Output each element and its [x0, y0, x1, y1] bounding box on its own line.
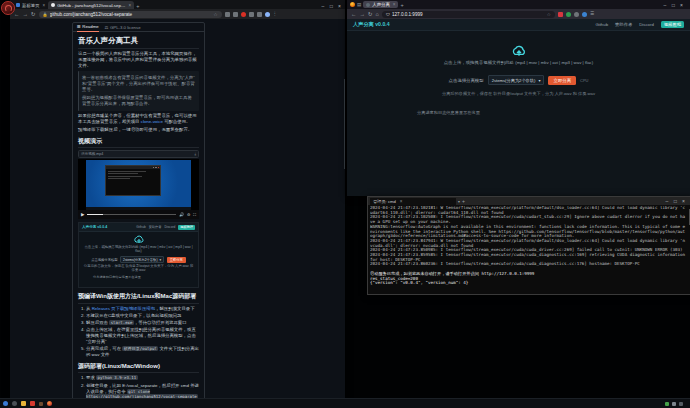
home-icon[interactable]: ⌂: [376, 9, 379, 19]
upload-cloud-icon: [133, 235, 145, 244]
bookmark-star-icon[interactable]: ☆: [213, 12, 217, 17]
tray-network-icon[interactable]: [665, 402, 669, 406]
extension-icon[interactable]: [225, 12, 230, 17]
nav-donate-link[interactable]: 赞助作者: [615, 22, 632, 27]
list-item: 分离完成后，可在 软件目录/output 文件夹下找到分离出的 wav 文件: [86, 346, 199, 358]
fullscreen-icon[interactable]: ⛶: [193, 213, 196, 217]
clone-voice-link[interactable]: clone-voice: [141, 119, 163, 124]
cast-icon[interactable]: [257, 12, 262, 17]
video-attachment-bar[interactable]: 演示视频.mp4 ⤓: [78, 150, 199, 158]
lock-icon: 🔒: [43, 12, 48, 17]
bookmark-star-icon[interactable]: ☆: [547, 12, 551, 17]
recording-indicator-icon[interactable]: [241, 12, 246, 17]
model-select[interactable]: 2stems(分离为2个音轨)▾: [488, 75, 545, 85]
new-tab-button[interactable]: +: [400, 2, 403, 8]
back-icon[interactable]: ←: [351, 9, 357, 19]
app-header: 人声分离 v0.0.4 Github 赞助作者 Discord 视频教程: [347, 19, 690, 31]
window-controls[interactable]: – □ ×: [664, 2, 686, 8]
download-icon[interactable]: ⤓: [194, 152, 196, 156]
address-bar[interactable]: 🔒 github.com/jianchang512/vocal-separate…: [39, 11, 222, 18]
account-icon[interactable]: [574, 12, 579, 17]
tab-vocal-separate[interactable]: 人声分离 ×: [363, 1, 398, 8]
model-select-label: 点击选择分离模型: [449, 78, 484, 83]
quote-block: 将一首歌曲或者含有背景音乐的音视频文件，分离为“人声”和“背景音乐”两个文件，分…: [78, 71, 199, 110]
menu-kebab-icon[interactable]: ⋮: [273, 9, 278, 19]
tab-strip: 新标签页 × GitHub - jianchang512/vocal-separ…: [10, 0, 345, 9]
upload-cloud-icon[interactable]: [511, 45, 527, 57]
scale-icon: ⚖: [105, 25, 109, 30]
play-icon[interactable]: ▶: [81, 212, 84, 217]
forward-icon[interactable]: →: [23, 9, 29, 19]
video-frame-desktop: [86, 160, 191, 210]
list-item: 创建空目录，比如 E:/vocal_separate，然后打开 cmd 并进入该…: [86, 383, 199, 399]
terminal-tab[interactable]: 管理员: cmd ×: [370, 198, 456, 205]
taskbar-music-app-icon[interactable]: [30, 401, 35, 406]
close-tab-icon[interactable]: ×: [400, 199, 403, 204]
separate-now-button[interactable]: 立即分离: [548, 76, 576, 85]
forward-icon[interactable]: →: [360, 9, 366, 19]
terminal-output[interactable]: 2024-04-24 21:47:23.102181: W tensorflow…: [370, 206, 687, 293]
taskbar-browser-icon[interactable]: [3, 401, 8, 406]
taskbar-app-icon[interactable]: [39, 402, 43, 406]
intro-paragraph: 这是一个极简的人声和背景音乐分离工具，本地化网页操作，无需连接外网，将音乐中的人…: [78, 51, 199, 69]
volume-icon[interactable]: 🔊: [179, 212, 184, 217]
extensions-puzzle-icon[interactable]: [249, 12, 254, 17]
upload-dropzone-hint[interactable]: 点击上传，或拖拽音视频文件到此处 (mp4 | mov | mkv | avi …: [347, 60, 690, 65]
taskbar-explorer-icon[interactable]: [21, 401, 26, 406]
video-cmd-window: [105, 165, 162, 196]
firefox-view-icon[interactable]: ▤: [357, 2, 361, 7]
progress-bar[interactable]: [87, 214, 176, 215]
tray-volume-icon[interactable]: [672, 402, 676, 406]
extension-icon[interactable]: [582, 12, 587, 17]
profile-avatar[interactable]: [265, 12, 270, 17]
address-bar[interactable]: 🛡 127.0.0.1:9999 ☆: [382, 11, 555, 18]
close-tab-icon[interactable]: ×: [393, 2, 396, 7]
refresh-icon[interactable]: ↻: [31, 9, 36, 19]
tab-license[interactable]: ⚖GPL-3.0 license: [105, 25, 141, 30]
extension-icon[interactable]: [233, 12, 238, 17]
tab-readme[interactable]: ☰Readme: [77, 23, 99, 32]
extension-icon[interactable]: [558, 12, 563, 17]
window-controls[interactable]: – □ ×: [666, 198, 688, 204]
output-note: 分离后的音频文件，保存在 软件目录/output 文件夹下，分为 人声.wav …: [347, 91, 690, 96]
paragraph: 如果你想克隆某个声音，但素材中含有背景音乐，也可以使用本工具去除背景音乐，相关项…: [78, 113, 199, 125]
menu-hamburger-icon[interactable]: ☰: [590, 9, 594, 19]
terminal-window: 管理员: cmd × ▾ + – □ × 2024-04-24 21:47:23…: [367, 196, 690, 295]
list-item: 解压后双击 start.exe，等待自动打开浏览器窗口: [86, 320, 199, 326]
extension-icon[interactable]: [566, 12, 571, 17]
video-tutorial-button[interactable]: 视频教程: [661, 21, 684, 28]
terminal-line: WARNING:tensorflow:AutoGraph is not avai…: [370, 225, 687, 239]
nav-discord-link[interactable]: Discord: [639, 22, 654, 27]
new-tab-button[interactable]: +: [136, 3, 139, 9]
page-scrollbar[interactable]: [344, 79, 346, 169]
readme-container: ☰Readme ⚖GPL-3.0 license 音乐人声分离工具 这是一个极简…: [72, 22, 205, 399]
tray-more-icon[interactable]: [679, 402, 683, 406]
terminal-tab-bar: 管理员: cmd × ▾ + – □ ×: [368, 197, 690, 205]
player-controls[interactable]: ▶ 🔊 ⚙ ⛶: [78, 210, 199, 219]
close-tab-icon[interactable]: ×: [43, 3, 46, 8]
taskbar-firefox-icon[interactable]: [47, 401, 52, 406]
tab-newtab[interactable]: 新标签页 ×: [13, 1, 48, 9]
close-tab-icon[interactable]: ×: [129, 3, 132, 8]
browser-logo-icon[interactable]: [350, 2, 355, 7]
video-player[interactable]: ▶ 🔊 ⚙ ⛶: [78, 159, 199, 219]
releases-link[interactable]: Releases 页下载预编译版压缩包: [92, 306, 155, 311]
tab-dropdown-icon[interactable]: ▾: [458, 199, 460, 204]
browser-toolbar: ← → ↻ ⌂ 🛡 127.0.0.1:9999 ☆ ☰: [347, 9, 690, 19]
settings-icon[interactable]: ⚙: [187, 212, 190, 217]
webui-screenshot-image: 人声分离 v0.0.4 Github 赞助作者 Discord 视频教程 点击上…: [78, 222, 199, 288]
refresh-icon[interactable]: ↻: [368, 9, 373, 19]
terminal-line: {"version": "v0.0.4", "version_num": 4}: [370, 281, 687, 286]
tab-github[interactable]: GitHub - jianchang512/vocal-separate ×: [48, 1, 134, 9]
list-item: 点击上传区域，在弹窗里找到想分离的音视频文件，或直接拖拽音视频文件到上传区域，然…: [86, 327, 199, 345]
back-icon[interactable]: ←: [14, 9, 20, 19]
page-title: 音乐人声分离工具: [78, 36, 199, 49]
chevron-down-icon: ▾: [538, 78, 540, 83]
new-tab-button[interactable]: +: [462, 198, 465, 204]
cpu-note: CPU: [580, 78, 588, 83]
app-logo-badge[interactable]: [1, 1, 15, 15]
window-controls[interactable]: – □ ×: [322, 3, 344, 9]
nav-github-link[interactable]: Github: [595, 22, 608, 27]
taskbar-settings-icon[interactable]: [12, 401, 17, 406]
terminal-line: 2024-04-24 21:47:23.860236: I tensorflow…: [370, 262, 687, 267]
